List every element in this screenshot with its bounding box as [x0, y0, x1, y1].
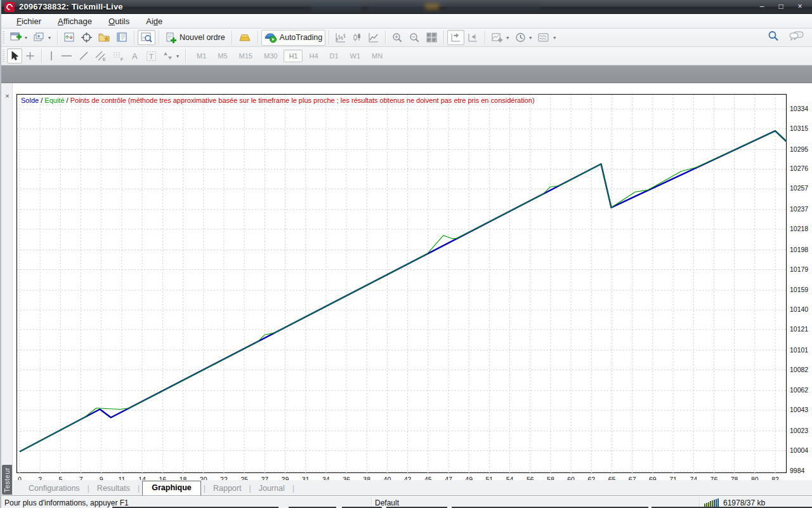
vertical-line-button[interactable]: [45, 48, 58, 64]
autotrading-label: AutoTrading: [280, 33, 323, 42]
ghost-artifact: [311, 3, 362, 10]
timeframe-m5[interactable]: M5: [213, 50, 232, 62]
autotrading-button[interactable]: AutoTrading: [261, 30, 326, 46]
chevron-down-icon: ▾: [25, 35, 27, 41]
strategy-tester-button[interactable]: [138, 30, 155, 45]
vline-icon: [48, 51, 55, 61]
chevron-down-icon: ▾: [48, 35, 51, 41]
tester-vertical-tab[interactable]: Testeur: [2, 465, 12, 495]
app-logo-icon: [4, 2, 15, 12]
label-tool-button[interactable]: T: [143, 48, 160, 64]
tab-separator: |: [86, 482, 91, 495]
menu-fichier[interactable]: Fichier: [9, 15, 49, 27]
market-watch-icon: [64, 32, 75, 43]
status-profile[interactable]: Default: [375, 498, 399, 507]
autoscroll-button[interactable]: [447, 30, 464, 45]
y-tick-label: 10237: [790, 205, 808, 213]
timeframe-m1[interactable]: M1: [192, 50, 211, 62]
candlestick-button[interactable]: [349, 30, 365, 45]
crosshair-tool-button[interactable]: [22, 48, 38, 64]
tab-graphique[interactable]: Graphique: [142, 481, 201, 495]
menu-bar: Fichier Affichage Outils Aide: [1, 14, 812, 29]
tile-windows-button[interactable]: [423, 30, 440, 45]
toolbar-separator: [57, 30, 58, 44]
y-tick-label: 10004: [790, 446, 808, 454]
tab-resultats[interactable]: Resultats: [91, 482, 136, 495]
y-axis-labels: 9984100041002310043100621008210101101211…: [790, 94, 812, 475]
periods-button[interactable]: ▾: [512, 30, 535, 45]
y-tick-label: 10043: [790, 406, 808, 413]
zoom-in-button[interactable]: [389, 30, 406, 45]
nouvel-ordre-button[interactable]: Nouvel ordre: [162, 30, 228, 46]
trendline-icon: [79, 51, 89, 61]
menu-outils[interactable]: Outils: [101, 15, 137, 27]
bar-chart-button[interactable]: [332, 30, 349, 45]
tab-separator: |: [136, 482, 141, 495]
terminal-button[interactable]: [114, 30, 131, 45]
market-watch-button[interactable]: [61, 30, 78, 45]
folder-star-icon: ★: [98, 32, 110, 43]
standard-toolbar: ▾ ▾ ★ Nouvel ordre: [1, 29, 812, 47]
timeframe-h1[interactable]: H1: [284, 50, 303, 62]
tester-panel: × Testeur Solde / Equité / Points de con…: [1, 83, 812, 495]
timeframe-h4[interactable]: H4: [304, 50, 323, 62]
profiles-icon: [34, 32, 45, 43]
arrows-tool-button[interactable]: ▾: [160, 48, 182, 64]
timeframe-w1[interactable]: W1: [345, 50, 366, 62]
indicators-button[interactable]: ▾: [488, 30, 512, 45]
window-title: 2096738832: Tickmill-Live: [19, 2, 123, 11]
new-chart-button[interactable]: ▾: [7, 30, 30, 45]
search-icon[interactable]: [768, 30, 779, 42]
title-bar: 2096738832: Tickmill-Live – □ ×: [1, 0, 812, 14]
fibonacci-button[interactable]: F: [110, 48, 128, 64]
trendline-button[interactable]: [75, 48, 92, 64]
crosshair-icon: [81, 32, 92, 43]
connection-bars-icon[interactable]: [704, 499, 719, 507]
y-tick-label: 10334: [790, 105, 808, 112]
menu-affichage[interactable]: Affichage: [50, 15, 100, 27]
toolbar-grip: [3, 31, 4, 44]
zoom-out-button[interactable]: [406, 30, 423, 45]
y-tick-label: 10198: [790, 246, 808, 253]
maximize-button[interactable]: □: [773, 1, 789, 12]
timeframe-m15[interactable]: M15: [234, 50, 258, 62]
timeframe-d1[interactable]: D1: [325, 50, 344, 62]
timeframe-m30[interactable]: M30: [259, 50, 282, 62]
minimize-button[interactable]: –: [754, 1, 770, 12]
tab-journal[interactable]: Journal: [252, 482, 291, 495]
templates-button[interactable]: ▾: [535, 30, 559, 45]
tab-rapport[interactable]: Rapport: [207, 482, 247, 495]
tab-configurations[interactable]: Configurations: [22, 482, 86, 495]
y-tick-label: 10295: [790, 145, 808, 153]
equidistant-channel-icon: E: [95, 51, 107, 62]
channel-button[interactable]: E: [92, 48, 110, 64]
navigator-button[interactable]: [78, 30, 95, 45]
tester-tabs: Configurations|Resultats|Graphique|Rappo…: [13, 480, 812, 495]
bar-chart-icon: [336, 32, 346, 43]
horizontal-line-button[interactable]: [58, 48, 75, 64]
line-chart-icon: [369, 32, 379, 43]
menu-aide[interactable]: Aide: [138, 15, 170, 27]
chat-icon[interactable]: [789, 31, 804, 42]
line-chart-button[interactable]: [365, 30, 382, 45]
y-tick-label: 10276: [790, 164, 808, 172]
chart-shift-button[interactable]: [464, 30, 481, 45]
hline-icon: [61, 51, 72, 61]
tab-separator: |: [247, 482, 252, 495]
indicators-icon: [492, 32, 503, 43]
profiles-button[interactable]: ▾: [30, 30, 54, 45]
y-tick-label: 10218: [790, 225, 808, 232]
toolbar-separator: [232, 30, 232, 44]
y-tick-label: 10315: [790, 124, 808, 132]
favorites-button[interactable]: ★: [95, 30, 114, 45]
close-button[interactable]: ×: [792, 1, 808, 12]
ghost-artifact: [367, 3, 425, 10]
text-tool-button[interactable]: A: [128, 48, 143, 64]
y-tick-label: 10082: [790, 366, 808, 373]
autotrading-icon: [265, 32, 277, 43]
history-center-button[interactable]: [235, 30, 254, 45]
timeframe-mn[interactable]: MN: [367, 50, 388, 62]
toolbar-separator: [258, 30, 258, 44]
tester-close-button[interactable]: ×: [3, 92, 11, 100]
cursor-tool-button[interactable]: [7, 48, 22, 64]
